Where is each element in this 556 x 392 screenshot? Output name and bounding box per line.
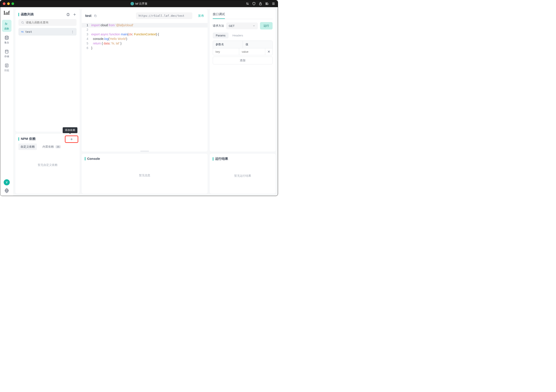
console-title: Console (87, 157, 204, 161)
function-search[interactable] (18, 19, 77, 26)
builtin-count-badge: 25 (55, 145, 61, 148)
debug-tab[interactable]: 接口调试 (213, 12, 225, 19)
method-select[interactable]: GET (226, 23, 258, 29)
shield-icon[interactable] (252, 2, 256, 5)
npm-panel: 添加依赖 NPM 依赖 自定义依赖 内置依赖 25 (15, 134, 80, 194)
function-menu-icon[interactable]: ⋮ (71, 30, 74, 33)
param-table: 参数名 值 ✕ (213, 40, 273, 55)
svg-text:fx: fx (5, 22, 8, 25)
fx-icon: fx (4, 22, 9, 26)
add-dependency-button[interactable] (65, 136, 78, 143)
extension-icon[interactable] (265, 2, 269, 5)
close-window[interactable] (3, 2, 5, 5)
editor-filename: test (85, 14, 91, 18)
panel-accent (85, 157, 85, 161)
debug-panel: 接口调试 请求方法 GET 运行 Params Headers (210, 9, 276, 152)
panel-accent (18, 13, 19, 16)
refresh-icon[interactable] (66, 13, 70, 16)
search-icon (21, 21, 24, 24)
tab-builtin-deps[interactable]: 内置依赖 25 (40, 144, 63, 150)
functions-title: 函数列表 (21, 12, 64, 16)
nav-logs[interactable]: 日志 (2, 61, 11, 74)
svg-point-1 (248, 4, 248, 5)
code-editor[interactable]: 1import cloud from '@lafjs/cloud' 2 3exp… (82, 22, 208, 151)
method-label: 请求方法 (213, 24, 224, 28)
deps-empty-text: 暂无自定义依赖 (18, 163, 77, 167)
function-item-test[interactable]: TS test ⋮ (18, 28, 77, 36)
storage-icon (4, 49, 9, 54)
menu-icon[interactable] (272, 2, 275, 5)
lock-icon[interactable] (259, 2, 262, 5)
svg-rect-5 (5, 50, 8, 53)
remove-param-icon[interactable]: ✕ (265, 50, 272, 54)
result-title: 运行结果 (215, 157, 273, 161)
param-value-header: 值 (243, 41, 273, 48)
add-function-icon[interactable] (73, 13, 77, 16)
ts-badge: TS (21, 31, 24, 33)
nav-rail: laf fx 函数 集合 存储 日志 Y (0, 7, 13, 196)
result-empty: 暂无运行结果 (213, 174, 273, 178)
toggle-icon[interactable] (246, 2, 249, 5)
search-input[interactable] (26, 21, 74, 24)
panel-accent (213, 157, 213, 161)
editor-panel: test https://r5iall.laf.dev/test 发布 1imp… (82, 9, 208, 152)
result-panel: 运行结果 暂无运行结果 (210, 154, 276, 194)
user-avatar[interactable]: Y (4, 179, 10, 185)
svg-point-7 (6, 190, 7, 191)
chevron-down-icon (253, 24, 255, 27)
svg-point-4 (5, 36, 8, 37)
svg-rect-10 (95, 15, 96, 17)
function-name: test (25, 30, 70, 33)
settings-icon[interactable] (4, 188, 9, 193)
titlebar: laf 云开发 (0, 0, 278, 7)
add-dep-tooltip: 添加依赖 (63, 127, 77, 133)
minimize-window[interactable] (7, 2, 10, 5)
logs-icon (4, 63, 9, 68)
nav-storage[interactable]: 存储 (2, 47, 11, 60)
svg-rect-2 (259, 3, 261, 5)
param-name-header: 参数名 (213, 41, 243, 48)
tab-custom-deps[interactable]: 自定义依赖 (18, 144, 37, 150)
panel-accent (18, 137, 19, 141)
function-url[interactable]: https://r5iall.laf.dev/test (136, 12, 192, 19)
nav-collections[interactable]: 集合 (2, 34, 11, 46)
logo[interactable]: laf (4, 10, 10, 16)
database-icon (4, 35, 9, 40)
functions-panel: 函数列表 TS test ⋮ (15, 9, 80, 132)
maximize-window[interactable] (11, 2, 14, 5)
drag-handle[interactable] (140, 151, 149, 152)
svg-point-9 (22, 22, 23, 23)
param-value-input[interactable] (242, 50, 263, 53)
publish-button[interactable]: 发布 (198, 14, 204, 18)
plus-icon (70, 138, 73, 141)
copy-icon[interactable] (94, 14, 97, 17)
run-button[interactable]: 运行 (260, 22, 273, 30)
param-key-input[interactable] (216, 50, 236, 53)
console-panel: Console 暂无信息 (82, 154, 208, 194)
tab-params[interactable]: Params (213, 32, 229, 38)
tab-headers[interactable]: Headers (229, 32, 246, 38)
window-title: laf 云开发 (135, 2, 147, 6)
app-icon (131, 2, 134, 5)
add-param-button[interactable]: 添加 (213, 57, 273, 64)
svg-point-0 (247, 3, 247, 3)
nav-functions[interactable]: fx 函数 (2, 20, 11, 32)
console-empty: 暂无信息 (85, 173, 204, 177)
